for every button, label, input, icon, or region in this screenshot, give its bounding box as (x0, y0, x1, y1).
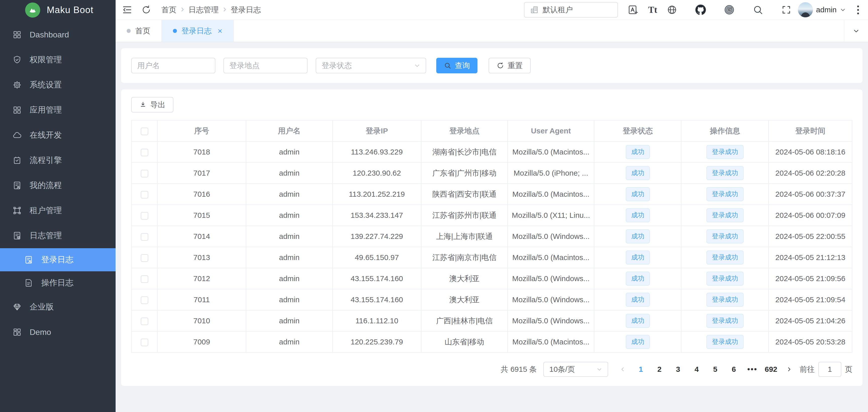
cell-user-agent: Mozilla/5.0 (Macintos... (508, 331, 594, 352)
row-checkbox[interactable] (141, 254, 148, 262)
document-user-icon (12, 181, 22, 190)
export-button[interactable]: 导出 (131, 97, 174, 113)
row-checkbox[interactable] (141, 149, 148, 156)
chevron-down-icon (97, 132, 104, 139)
github-icon[interactable] (695, 4, 706, 15)
app-title: Maku Boot (47, 5, 93, 15)
pagination: 共 6915 条 10条/页 1 2 3 4 5 6 ••• 692 前往 (131, 362, 852, 377)
search-icon[interactable] (753, 4, 763, 15)
download-icon (139, 101, 147, 108)
cell-user-agent: Mozilla/5.0 (Windows... (508, 310, 594, 331)
page-number-4[interactable]: 4 (689, 362, 704, 377)
operation-badge: 登录成功 (706, 229, 744, 243)
tab-home[interactable]: 首页 (116, 20, 162, 42)
sidebar-item-login-log[interactable]: 登录日志 (0, 248, 116, 271)
status-select[interactable]: 登录状态 (316, 58, 426, 73)
row-checkbox[interactable] (141, 170, 148, 177)
cell-ip: 120.230.90.62 (333, 162, 421, 184)
sidebar-item-workflow-engine[interactable]: 流程引擎 (0, 148, 116, 173)
page-number-3[interactable]: 3 (671, 362, 686, 377)
cell-no: 7018 (157, 141, 246, 162)
sidebar-item-dashboard[interactable]: Dashboard (0, 22, 116, 47)
column-header-user-agent: User Agent (508, 120, 594, 141)
close-icon[interactable]: × (218, 27, 222, 35)
fullscreen-icon[interactable] (781, 5, 792, 15)
chevron-down-icon (97, 56, 104, 63)
page-number-6[interactable]: 6 (726, 362, 741, 377)
font-size-icon[interactable]: Tt (648, 4, 657, 15)
sidebar-item-app-management[interactable]: 应用管理 (0, 97, 116, 123)
page-size-select[interactable]: 10条/页 (543, 362, 608, 377)
column-header-location: 登录地点 (421, 120, 508, 141)
translate-icon[interactable] (627, 4, 639, 15)
query-button[interactable]: 查询 (436, 58, 477, 73)
page-number-5[interactable]: 5 (708, 362, 723, 377)
user-name: admin (816, 5, 837, 14)
operation-badge: 登录成功 (706, 166, 744, 180)
sidebar-item-online-dev[interactable]: 在线开发 (0, 123, 116, 148)
select-all-checkbox[interactable] (141, 128, 148, 135)
sidebar-item-system-settings[interactable]: 系统设置 (0, 72, 116, 97)
top-navbar: 首页 › 日志管理 › 登录日志 默认租户 Tt (116, 0, 868, 20)
sidebar-item-permissions[interactable]: 权限管理 (0, 47, 116, 72)
page-number-2[interactable]: 2 (652, 362, 667, 377)
location-input[interactable] (223, 58, 308, 73)
cell-no: 7012 (157, 268, 246, 289)
table-row: 7016 admin 113.201.252.219 陕西省|西安市|联通 Mo… (131, 184, 852, 205)
document-icon (24, 278, 33, 287)
status-badge: 成功 (626, 166, 650, 180)
cell-ip: 49.65.150.97 (333, 247, 421, 268)
chevron-down-icon (97, 182, 104, 189)
row-checkbox[interactable] (141, 191, 148, 198)
sidebar-item-demo[interactable]: Demo (0, 320, 116, 345)
document-user-icon (24, 255, 33, 264)
row-checkbox[interactable] (141, 233, 148, 241)
globe-icon[interactable] (667, 4, 677, 15)
sidebar-item-operation-log[interactable]: 操作日志 (0, 271, 116, 294)
username-input[interactable] (131, 58, 215, 73)
table-row: 7018 admin 113.246.93.229 湖南省|长沙市|电信 Moz… (131, 141, 852, 162)
refresh-icon (497, 62, 504, 69)
prev-page-icon[interactable] (616, 362, 630, 377)
row-checkbox[interactable] (141, 318, 148, 325)
row-checkbox[interactable] (141, 212, 148, 220)
row-checkbox[interactable] (141, 339, 148, 346)
cell-username: admin (246, 141, 333, 162)
page-content: 登录状态 查询 重置 导出 (116, 42, 868, 412)
page-size-value: 10条/页 (549, 364, 575, 375)
breadcrumb-separator: › (223, 4, 226, 15)
sidebar-item-my-workflow[interactable]: 我的流程 (0, 173, 116, 198)
goto-page-input[interactable] (818, 362, 841, 377)
table-row: 7010 admin 116.1.112.10 广西|桂林市|电信 Mozill… (131, 310, 852, 331)
row-checkbox[interactable] (141, 275, 148, 283)
refresh-icon[interactable] (141, 5, 151, 15)
gitee-icon[interactable] (724, 4, 735, 15)
table-panel: 导出 序号 用户名 登录IP 登录地点 (121, 89, 863, 386)
column-header-ip: 登录IP (333, 120, 421, 141)
page-number-1[interactable]: 1 (633, 362, 648, 377)
row-checkbox[interactable] (141, 296, 148, 304)
tab-list-dropdown[interactable] (844, 20, 868, 42)
table-row: 7013 admin 49.65.150.97 江苏省|南京市|电信 Mozil… (131, 247, 852, 268)
tab-login-log[interactable]: 登录日志 × (162, 20, 234, 42)
collapse-menu-icon[interactable] (122, 4, 133, 15)
pagination-ellipsis-icon[interactable]: ••• (745, 365, 760, 374)
cell-time: 2024-05-05 21:12:13 (769, 247, 852, 268)
sidebar-item-log-management[interactable]: 日志管理 (0, 223, 116, 248)
cell-location: 广东省|广州市|移动 (421, 162, 508, 184)
more-icon[interactable] (856, 4, 861, 16)
breadcrumb-home[interactable]: 首页 (161, 5, 177, 15)
operation-badge: 登录成功 (706, 187, 744, 201)
cell-user-agent: Mozilla/5.0 (iPhone; ... (508, 162, 594, 184)
page-number-last[interactable]: 692 (764, 362, 778, 377)
frame-icon (12, 206, 22, 215)
reset-button[interactable]: 重置 (489, 58, 531, 73)
next-page-icon[interactable] (782, 362, 796, 377)
tenant-select[interactable]: 默认租户 (524, 2, 618, 18)
breadcrumb-log-management[interactable]: 日志管理 (188, 5, 219, 15)
user-menu[interactable]: admin (798, 2, 846, 17)
sidebar-item-enterprise[interactable]: 企业版 (0, 294, 116, 320)
chevron-down-icon (852, 27, 860, 35)
table-row: 7014 admin 139.227.74.229 上海|上海市|联通 Mozi… (131, 226, 852, 247)
sidebar-item-tenant-management[interactable]: 租户管理 (0, 198, 116, 223)
